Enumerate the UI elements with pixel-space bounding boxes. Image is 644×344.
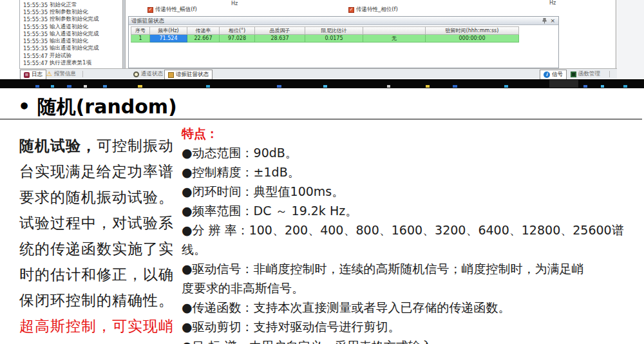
taskbar-icon-fragment[interactable]: [103, 85, 107, 88]
feature-line: ●控制精度：±1dB。: [182, 162, 300, 182]
log-entry-text: 输入通道初始化完成: [50, 30, 99, 38]
log-entry: 15:55:35输出通道初始化完成: [23, 45, 99, 52]
panel-titlebar: 谐振驻留状态 ×: [129, 17, 558, 25]
info-icon: i: [544, 72, 550, 78]
log-entry: 15:55:35输入通道初始化: [23, 23, 99, 30]
tab-label: 日志: [32, 71, 43, 79]
checkbox-checked-icon[interactable]: ✓: [348, 7, 354, 13]
log-entry-text: 控制参数初始化: [50, 8, 88, 16]
feature-line: 线。: [182, 240, 206, 259]
table-cell[interactable]: 22.667: [187, 35, 220, 43]
intro-line: 统的传递函数实施了实: [19, 236, 174, 262]
dock-splitter[interactable]: [122, 0, 126, 68]
tab-function-manager[interactable]: 函数管理: [567, 70, 603, 79]
table-row[interactable]: 1 71.524 22.667 97.028 28.637 0.0175 无 0…: [131, 35, 519, 43]
log-entry-text: 输出通道初始化完成: [50, 44, 99, 52]
tab-separator: [609, 71, 610, 77]
checkbox-checked-icon[interactable]: ✓: [147, 7, 153, 13]
legend-label: 传递特性_相位(f): [356, 6, 398, 14]
log-entry-text: 输出通道初始化: [50, 37, 88, 45]
feature-line: ●分 辨 率：100、200、400、800、1600、3200、6400、12…: [182, 220, 624, 240]
table-cell[interactable]: 28.637: [255, 35, 305, 43]
taskbar-icon-fragment[interactable]: [504, 85, 508, 88]
heading-bullet: •: [18, 95, 30, 118]
heading-text: 随机(random): [30, 95, 177, 118]
table-cell[interactable]: 97.028: [220, 35, 255, 43]
legend-transfer-magnitude[interactable]: ✓ 传递特性_幅值(f): [147, 6, 197, 14]
taskbar-icon-fragment[interactable]: [453, 85, 457, 88]
tab-alarm-info[interactable]: ⚠ 报警信息: [43, 70, 79, 79]
intro-red-note: 超高斯控制，可实现峭: [19, 313, 174, 339]
log-entry-time: 15:55:35: [23, 2, 50, 8]
log-entry: 15:55:35初始化正常: [23, 1, 99, 8]
table-cell[interactable]: 000:00:00: [426, 35, 519, 43]
log-entry-time: 15:55:35: [23, 9, 50, 15]
taskbar-icon-fragment[interactable]: [206, 85, 210, 88]
feature-line: ●动态范围：90dB。: [182, 143, 298, 162]
close-icon[interactable]: ×: [550, 17, 555, 24]
taskbar-icon-fragment[interactable]: [387, 85, 390, 88]
tab-signal[interactable]: i 信号: [540, 70, 567, 79]
tab-label: 谐振驻留状态: [176, 71, 209, 79]
log-entry: 15:55:35输出通道初始化: [23, 37, 99, 44]
log-entry: 15:55:35控制参数初始化: [23, 8, 99, 15]
signal-panel: [560, 0, 616, 68]
taskbar: [0, 79, 644, 88]
tab-label: 通道状态: [141, 70, 163, 78]
intro-line: 随机试验，可控制振动: [19, 133, 174, 158]
x-axis-unit-label: Hz: [549, 0, 556, 6]
dwell-status-icon: [168, 72, 174, 78]
table-cell[interactable]: 1: [131, 35, 150, 43]
log-icon: ≡: [24, 72, 30, 78]
table-header-cell: 相位(°): [220, 26, 255, 35]
table-header-cell: 传递率: [187, 26, 220, 35]
log-entry-time: 15:55:35: [23, 16, 50, 23]
table-cell[interactable]: 无: [363, 35, 426, 43]
feature-line: ●频率范围：DC ～ 19.2k Hz。: [182, 201, 357, 220]
taskbar-icon-fragment[interactable]: [601, 85, 604, 88]
log-entry: 15:55:47执行进度表第1项: [23, 59, 99, 66]
taskbar-icon-fragment[interactable]: [277, 85, 281, 88]
taskbar-icon-fragment[interactable]: [583, 85, 587, 88]
legend-label: 传递特性_幅值(f): [155, 6, 197, 14]
table-cell[interactable]: 0.0175: [305, 35, 363, 43]
log-entry-time: 15:55:35: [23, 38, 50, 44]
log-entry-time: 15:55:35: [23, 45, 50, 52]
tab-resonance-dwell-status[interactable]: 谐振驻留状态: [164, 70, 213, 79]
taskbar-button[interactable]: [549, 80, 578, 88]
log-entry-time: 15:55:35: [23, 24, 50, 30]
legend-transfer-phase[interactable]: ✓ 传递特性_相位(f): [348, 6, 398, 14]
intro-lead-rest: 可控制振动: [97, 137, 174, 154]
page-root: 15:55:35初始化正常 15:55:35控制参数初始化 15:55:35控制…: [0, 0, 644, 344]
x-axis-unit-label: Hz: [231, 1, 238, 6]
features-title: 特点：: [182, 124, 218, 143]
pin-icon[interactable]: [542, 18, 547, 24]
taskbar-icon-fragment[interactable]: [623, 85, 627, 88]
taskbar-icon-fragment[interactable]: [84, 85, 87, 88]
log-entry-text: 开始试验: [50, 52, 71, 60]
table-header-cell: 序号: [131, 26, 150, 35]
function-manager-icon: [571, 72, 576, 77]
taskbar-icon-fragment[interactable]: [51, 85, 54, 88]
tab-channel-status[interactable]: 通道状态: [130, 70, 166, 79]
taskbar-icon-fragment[interactable]: [138, 85, 142, 88]
feature-line: ●传递函数：支持本次直接测量或者导入已存储的传递函数。: [182, 298, 511, 317]
tab-log[interactable]: ≡ 日志: [20, 70, 46, 79]
warning-icon: ⚠: [46, 71, 52, 77]
intro-lead-bold: 随机试验，: [19, 137, 97, 154]
panel-title: 谐振驻留状态: [131, 17, 164, 24]
log-entry-time: 15:55:47: [23, 60, 50, 66]
taskbar-icon-fragment[interactable]: [323, 85, 327, 88]
heading-divider: [0, 119, 642, 120]
table-header-cell: 频率(Hz): [150, 26, 187, 35]
taskbar-icon-fragment[interactable]: [67, 85, 71, 88]
taskbar-icon-fragment[interactable]: [426, 85, 430, 88]
section-heading: • 随机(random): [18, 94, 177, 120]
table-header-cell: 阻尼比估计: [305, 26, 363, 35]
table-cell-selected[interactable]: 71.524: [150, 35, 187, 43]
intro-line: 时的估计和修正，以确: [19, 262, 174, 287]
log-entry-text: 执行进度表第1项: [50, 59, 91, 67]
intro-line: 试验过程中，对试验系: [19, 210, 174, 236]
dwell-status-table: 序号 频率(Hz) 传递率 相位(°) 品质因子 阻尼比估计 驻留时间(hhh:…: [131, 26, 519, 43]
taskbar-icon-fragment[interactable]: [35, 85, 39, 88]
